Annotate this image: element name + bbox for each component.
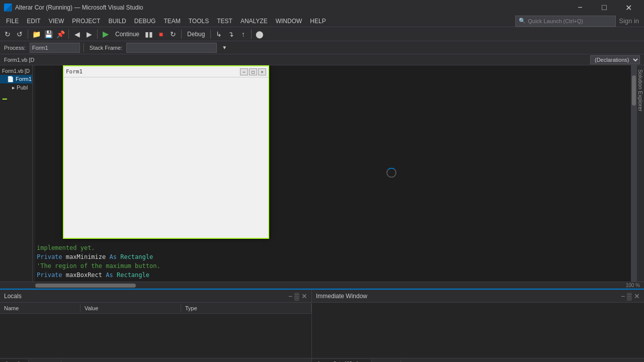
stop-button[interactable]: ■	[155, 29, 167, 40]
comment-text: 'The region of the maximum button.	[37, 262, 160, 269]
code-line-3: 'The region of the maximum button.	[37, 261, 627, 270]
code-line-1: implemented yet.	[37, 243, 627, 252]
menu-project[interactable]: PROJECT	[68, 17, 104, 26]
toolbar-separator4	[181, 30, 182, 39]
tab-output[interactable]: Output	[372, 360, 401, 363]
breadcrumb-bar: Form1.vb [D (Declarations)	[0, 54, 644, 65]
save-button[interactable]: 💾	[43, 29, 54, 40]
menu-bar: FILE EDIT VIEW PROJECT BUILD DEBUG TEAM …	[0, 15, 644, 27]
locals-tabs: Locals Watch 1	[0, 358, 311, 362]
menu-tools[interactable]: TOOLS	[185, 17, 213, 26]
h-scroll-track	[35, 284, 75, 288]
bottom-area: Locals − ▒ ✕ Name Value Type Locals Watc…	[0, 289, 644, 362]
step-out-button[interactable]: ↑	[237, 29, 249, 40]
form1-titlebar: Form1 − □ ×	[64, 66, 268, 77]
declarations-dropdown[interactable]: (Declarations)	[590, 55, 640, 64]
restart-button[interactable]: ↻	[168, 29, 179, 40]
form1-maximize-button[interactable]: □	[249, 68, 257, 75]
sign-in-link[interactable]: Sign in	[616, 17, 642, 25]
quick-launch-container: 🔍 Quick Launch (Ctrl+Q)	[515, 16, 616, 27]
stack-frame-input[interactable]	[126, 43, 217, 53]
start-button[interactable]: ▶	[100, 29, 111, 40]
solution-explorer-panel[interactable]: Solution Explorer	[637, 65, 644, 282]
tab-immediate-window[interactable]: Immediate Window	[312, 359, 372, 363]
pause-button[interactable]: ▮▮	[143, 29, 154, 40]
menu-view[interactable]: VIEW	[45, 17, 68, 26]
menu-window[interactable]: WINDOW	[272, 17, 306, 26]
debug-sep	[84, 43, 84, 52]
toolbar: ↻ ↺ 📁 💾 📌 ◀ ▶ ▶ Continue ▮▮ ■ ↻ Debug ↳ …	[0, 27, 644, 41]
pin-icon[interactable]: −	[288, 292, 292, 300]
main-area: Form1.vb [D 📄 Form1 ▸ Publ − Form1 − □ ×	[0, 65, 644, 282]
menu-build[interactable]: BUILD	[104, 17, 130, 26]
toolbar-separator2	[68, 30, 69, 39]
menu-debug[interactable]: DEBUG	[130, 17, 160, 26]
vs-logo-icon	[4, 4, 12, 12]
quick-launch-placeholder: Quick Launch (Ctrl+Q)	[528, 18, 583, 24]
locals-pin-buttons: − ▒ ✕	[288, 292, 307, 300]
close-panel-icon[interactable]: ✕	[301, 292, 307, 300]
breadcrumb-left: Form1.vb [D	[4, 57, 35, 63]
maxboxrect-var: maxBoxRect	[66, 272, 106, 279]
tree-form1-label: Form1	[16, 76, 32, 82]
tree-item-publ[interactable]: ▸ Publ	[0, 83, 32, 92]
debug-label: Debug	[184, 31, 208, 38]
open-button[interactable]: 📁	[31, 29, 42, 40]
tab-locals[interactable]: Locals	[0, 359, 29, 363]
immediate-tabs: Immediate Window Output	[312, 358, 644, 362]
tree-publ-label: Publ	[17, 84, 28, 90]
loading-spinner	[386, 168, 396, 178]
col-name: Name	[0, 304, 80, 312]
process-input[interactable]	[30, 43, 80, 53]
forward-button[interactable]: ▶	[84, 29, 95, 40]
editor-area[interactable]: Form1 − □ × implemented yet. Private max…	[33, 65, 631, 282]
breakpoint-button[interactable]: ⬤	[254, 29, 265, 40]
menu-help[interactable]: HELP	[306, 17, 330, 26]
imm-pin-icon[interactable]: −	[621, 292, 625, 300]
immediate-pin-buttons: − ▒ ✕	[621, 292, 640, 300]
col-value: Value	[80, 304, 181, 312]
save-all-button[interactable]: 📌	[55, 29, 66, 40]
undo-button[interactable]: ↻	[2, 29, 13, 40]
as-keyword2: As	[106, 272, 117, 279]
h-scroll-thumb[interactable]	[35, 284, 136, 288]
imm-pin2-icon[interactable]: ▒	[627, 292, 632, 300]
step-into-button[interactable]: ↴	[225, 29, 236, 40]
menu-edit[interactable]: EDIT	[23, 17, 44, 26]
code-line-4: Private maxBoxRect As Rectangle	[37, 270, 627, 280]
horizontal-scrollbar[interactable]: 100 %	[0, 282, 644, 289]
redo-button[interactable]: ↺	[14, 29, 25, 40]
menu-test[interactable]: TEST	[213, 17, 236, 26]
pin2-icon[interactable]: ▒	[294, 292, 299, 300]
private-keyword: Private	[37, 253, 66, 260]
tab-watch1[interactable]: Watch 1	[29, 360, 61, 363]
tree-item-form1[interactable]: 📄 Form1	[0, 75, 32, 83]
immediate-content[interactable]	[312, 303, 644, 358]
toolbar-separator5	[210, 30, 211, 39]
tree-expand-icon: ▸	[12, 84, 15, 90]
form1-design-window[interactable]: Form1 − □ ×	[63, 65, 269, 239]
scrollbar-thumb[interactable]	[632, 75, 636, 106]
back-button[interactable]: ◀	[71, 29, 83, 40]
stack-frame-label: Stack Frame:	[88, 45, 124, 51]
loading-spinner-container	[386, 168, 396, 179]
form1-title: Form1	[66, 68, 240, 75]
menu-file[interactable]: FILE	[2, 17, 23, 26]
window-controls: − □ ✕	[569, 0, 640, 15]
imm-close-icon[interactable]: ✕	[634, 292, 640, 300]
collapse-icon[interactable]: −	[2, 94, 8, 104]
editor-vertical-scrollbar[interactable]	[631, 65, 637, 282]
menu-analyze[interactable]: ANALYZE	[236, 17, 272, 26]
minimize-button[interactable]: −	[569, 0, 592, 15]
stack-frame-expand[interactable]: ▼	[219, 42, 230, 53]
step-over-button[interactable]: ↳	[213, 29, 224, 40]
form1-minimize-button[interactable]: −	[240, 68, 248, 75]
form1-close-button[interactable]: ×	[258, 68, 266, 75]
continue-label: Continue	[112, 31, 142, 38]
tree-item-form1vb[interactable]: Form1.vb [D	[0, 67, 32, 75]
close-button[interactable]: ✕	[617, 0, 640, 15]
solution-explorer-label: Solution Explorer	[637, 69, 643, 112]
menu-team[interactable]: TEAM	[159, 17, 184, 26]
maximize-button[interactable]: □	[593, 0, 616, 15]
toolbar-separator6	[251, 30, 252, 39]
